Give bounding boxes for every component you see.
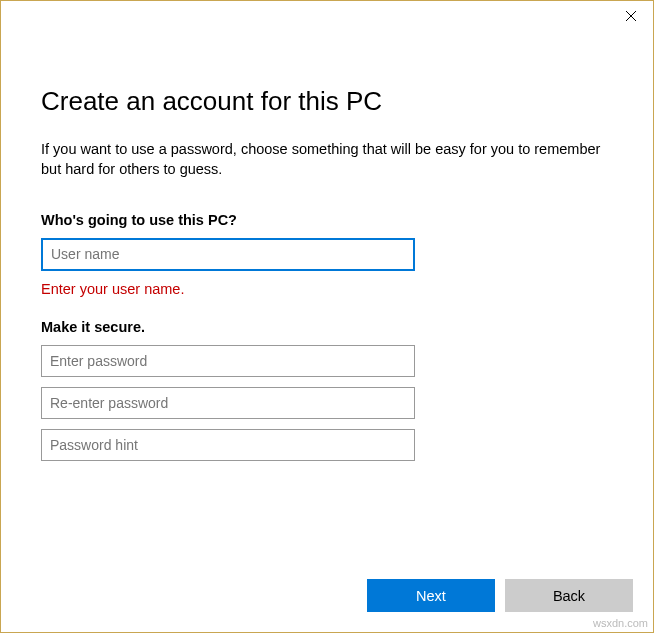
close-button[interactable] <box>608 1 653 31</box>
window-frame: Create an account for this PC If you wan… <box>0 0 654 633</box>
titlebar <box>1 1 653 31</box>
username-input[interactable] <box>41 238 415 271</box>
password-hint-input[interactable] <box>41 429 415 461</box>
page-description: If you want to use a password, choose so… <box>41 139 613 180</box>
next-button[interactable]: Next <box>367 579 495 612</box>
close-icon <box>626 11 636 21</box>
reenter-password-input[interactable] <box>41 387 415 419</box>
username-error: Enter your user name. <box>41 281 613 297</box>
password-section-label: Make it secure. <box>41 319 613 335</box>
content-area: Create an account for this PC If you wan… <box>1 31 653 579</box>
footer: Next Back <box>1 579 653 632</box>
page-title: Create an account for this PC <box>41 86 613 117</box>
back-button[interactable]: Back <box>505 579 633 612</box>
user-section-label: Who's going to use this PC? <box>41 212 613 228</box>
password-input[interactable] <box>41 345 415 377</box>
